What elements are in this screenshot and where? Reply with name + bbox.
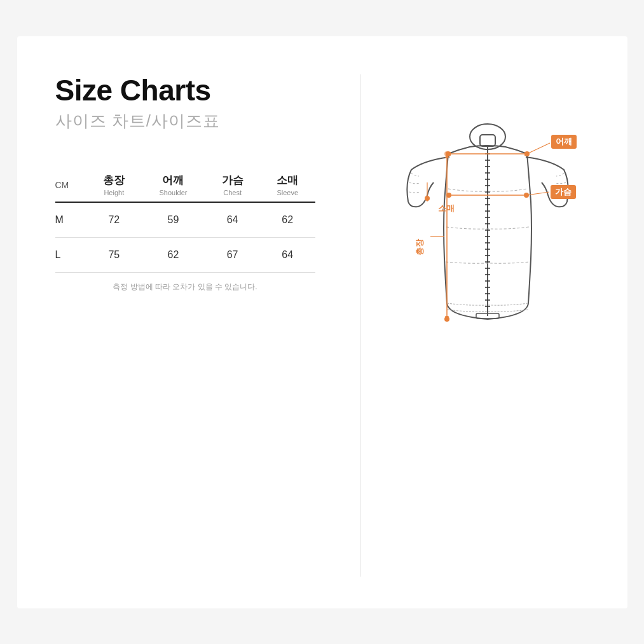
- jacket-illustration: 어깨 가슴 소매: [392, 100, 583, 354]
- svg-text:어깨: 어깨: [556, 137, 572, 146]
- chest-header: 가슴 Chest: [205, 164, 260, 202]
- size-table: CM 총장 Height 어깨 Shoulder 가슴 Chest: [55, 164, 315, 301]
- size-l-label: L: [55, 238, 87, 273]
- title-korean: 사이즈 차트/사이즈표: [55, 110, 315, 132]
- table-row-m: M 72 59 64 62: [55, 202, 315, 238]
- l-height: 75: [86, 238, 142, 273]
- right-section: 어깨 가슴 소매: [380, 74, 596, 577]
- svg-text:소매: 소매: [438, 203, 455, 213]
- m-height: 72: [86, 202, 142, 238]
- jacket-diagram: 어깨 가슴 소매: [392, 100, 583, 354]
- table-row-l: L 75 62 67 64: [55, 238, 315, 273]
- card: Size Charts 사이즈 차트/사이즈표 CM 총장 Height 어깨: [17, 36, 627, 608]
- l-shoulder: 62: [142, 238, 205, 273]
- page-container: Size Charts 사이즈 차트/사이즈표 CM 총장 Height 어깨: [0, 0, 644, 644]
- svg-rect-1: [480, 135, 495, 146]
- svg-text:총장: 총장: [414, 238, 424, 256]
- m-sleeve: 62: [260, 202, 315, 238]
- title-english: Size Charts: [55, 74, 315, 107]
- m-shoulder: 59: [142, 202, 205, 238]
- cm-header: CM: [55, 164, 87, 202]
- svg-line-34: [527, 143, 550, 154]
- l-sleeve: 64: [260, 238, 315, 273]
- shoulder-header: 어깨 Shoulder: [142, 164, 205, 202]
- sleeve-header: 소매 Sleeve: [260, 164, 315, 202]
- height-header: 총장 Height: [86, 164, 142, 202]
- size-m-label: M: [55, 202, 87, 238]
- left-section: Size Charts 사이즈 차트/사이즈표 CM 총장 Height 어깨: [55, 74, 341, 577]
- table-note: 측정 방법에 따라 오차가 있을 수 있습니다.: [55, 273, 315, 302]
- svg-text:가슴: 가슴: [555, 187, 572, 196]
- table-note-row: 측정 방법에 따라 오차가 있을 수 있습니다.: [55, 273, 315, 302]
- table-header-row: CM 총장 Height 어깨 Shoulder 가슴 Chest: [55, 164, 315, 202]
- vertical-divider: [360, 74, 360, 577]
- m-chest: 64: [205, 202, 260, 238]
- l-chest: 67: [205, 238, 260, 273]
